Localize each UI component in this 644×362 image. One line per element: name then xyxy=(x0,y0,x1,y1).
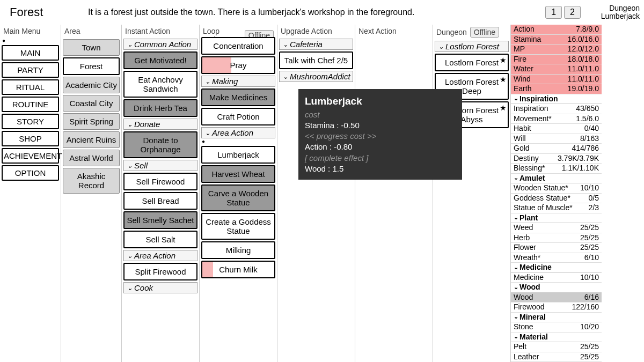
loop-churn-milk[interactable]: Churn Milk xyxy=(201,261,275,278)
instant-drink-herb-tea[interactable]: Drink Herb Tea xyxy=(123,99,197,117)
instant-eat-anchovy-sandwich[interactable]: Eat Anchovy Sandwich xyxy=(123,71,197,98)
instant-sell-bread[interactable]: Sell Bread xyxy=(123,192,197,210)
stat-weed: Weed25/25 xyxy=(511,223,602,233)
instant-section-donate: Donate xyxy=(134,120,160,129)
page-tabs: 1 2 xyxy=(545,6,581,19)
stat-wooden-statue-: Wooden Statue*10/10 xyxy=(511,183,602,194)
instant-section-head[interactable]: ⌄Common Action xyxy=(123,39,197,50)
loop-section-head[interactable]: ⌄Making xyxy=(201,76,275,87)
main-menu-option[interactable]: OPTION xyxy=(2,165,59,181)
main-menu-achievement[interactable]: ACHIEVEMENT xyxy=(2,148,59,164)
area-akashic-record[interactable]: Akashic Record xyxy=(63,168,120,194)
tooltip-action: Action : -0.80 xyxy=(305,142,456,152)
dungeon-column: Dungeon Offline ⌄Lostlorn ForestLostlorn… xyxy=(433,25,510,362)
stat-gold: Gold414/786 xyxy=(511,144,602,154)
area-title: Forest xyxy=(4,2,85,23)
main-menu-story[interactable]: STORY xyxy=(2,114,59,129)
stat-section-material[interactable]: ⌄Material xyxy=(511,333,602,343)
main-menu-shop[interactable]: SHOP xyxy=(2,131,59,146)
loop-action-column: Loop Action Offline ConcentrationPray⌄Ma… xyxy=(199,25,277,362)
stat-stone: Stone10/20 xyxy=(511,322,602,333)
stat-section-mineral[interactable]: ⌄Mineral xyxy=(511,313,602,323)
instant-section-area-action: Area Action xyxy=(134,251,175,260)
area-ancient-ruins[interactable]: Ancient Ruins xyxy=(63,131,120,148)
stat-section-wood[interactable]: ⌄Wood xyxy=(511,283,602,293)
loop-make-medicines[interactable]: Make Medicines xyxy=(201,88,275,106)
dungeon-section-lostlorn-forest: Lostlorn Forest xyxy=(445,42,499,51)
area-coastal-city[interactable]: Coastal City xyxy=(63,95,120,112)
upgrade-section-head[interactable]: ⌄MushroomAddict xyxy=(279,71,353,82)
chevron-down-icon: ⌄ xyxy=(127,252,133,260)
area-academic-city[interactable]: Academic City xyxy=(63,77,120,93)
area-forest[interactable]: Forest xyxy=(63,57,120,75)
chevron-down-icon: ⌄ xyxy=(514,264,518,271)
tooltip-stamina: Stamina : -0.50 xyxy=(305,120,456,131)
stat-blessing-: Blessing*1.1K/1.10K xyxy=(511,164,602,174)
loop-create-a-goddess-statue[interactable]: Create a Goddess Statue xyxy=(201,213,275,240)
loop-carve-a-wooden-statue[interactable]: Carve a Wooden Statue xyxy=(201,184,275,211)
loop-section-making: Making xyxy=(212,77,238,86)
tooltip-title: Lumberjack xyxy=(305,94,456,108)
loop-pray[interactable]: Pray xyxy=(201,56,275,74)
upgrade-action-label: Upgrade Action xyxy=(277,25,355,38)
instant-section-head[interactable]: ⌄Cook xyxy=(123,282,197,293)
instant-split-firewood[interactable]: Split Firewood xyxy=(123,263,197,280)
chevron-down-icon: ⌄ xyxy=(438,43,444,50)
loop-concentration[interactable]: Concentration xyxy=(201,37,275,55)
instant-donate-to-orphanage[interactable]: Donate to Orphanage xyxy=(123,131,197,158)
star-icon: ★ xyxy=(500,104,507,112)
instant-section-head[interactable]: ⌄Donate xyxy=(123,119,197,130)
star-icon: ★ xyxy=(500,56,507,64)
instant-get-motivated-[interactable]: Get Motivated! xyxy=(123,51,197,69)
page-tab-2[interactable]: 2 xyxy=(564,6,581,19)
chevron-down-icon: ⌄ xyxy=(127,162,133,169)
instant-section-head[interactable]: ⌄Area Action xyxy=(123,250,197,261)
main-menu-routine[interactable]: ROUTINE xyxy=(2,97,59,112)
stat-section-inspiration[interactable]: ⌄Inspiration xyxy=(511,94,602,105)
stat-leather: Leather25/25 xyxy=(511,352,602,363)
tooltip-cost-label: cost xyxy=(305,109,456,120)
stat-habit: Habit0/40 xyxy=(511,124,602,134)
loop-craft-potion[interactable]: Craft Potion xyxy=(201,108,275,125)
area-column: Area TownForestAcademic CityCoastal City… xyxy=(61,25,121,362)
instant-section-common-action: Common Action xyxy=(134,40,191,49)
stat-fire: Fire18.0/18.0 xyxy=(511,55,602,65)
instant-section-head[interactable]: ⌄Sell xyxy=(123,160,197,171)
main-menu-main[interactable]: MAIN xyxy=(2,45,59,61)
upgrade-section-head[interactable]: ⌄Cafeteria xyxy=(279,39,353,50)
stats-column: Action7.8/9.0Stamina16.0/16.0MP12.0/12.0… xyxy=(510,25,602,362)
dungeon-section-head[interactable]: ⌄Lostlorn Forest xyxy=(435,41,509,52)
mode-label: Dungeon Lumberjack xyxy=(591,4,640,21)
upgrade-talk-with-chef-2-5[interactable]: Talk with Chef 2/5 xyxy=(279,51,353,69)
dungeon-offline-button[interactable]: Offline xyxy=(470,27,499,38)
stat-section-medicine[interactable]: ⌄Medicine xyxy=(511,263,602,273)
instant-sell-smelly-sachet[interactable]: Sell Smelly Sachet xyxy=(123,211,197,229)
loop-section-head[interactable]: ⌄Area Action xyxy=(201,127,275,138)
chevron-down-icon: ⌄ xyxy=(283,73,288,80)
area-spirit-spring[interactable]: Spirit Spring xyxy=(63,113,120,130)
stat-section-amulet[interactable]: ⌄Amulet xyxy=(511,174,602,184)
stat-earth: Earth19.0/19.0 xyxy=(511,84,602,94)
instant-section-cook: Cook xyxy=(134,283,153,292)
loop-lumberjack[interactable]: Lumberjack xyxy=(201,146,275,164)
page-tab-1[interactable]: 1 xyxy=(545,6,562,19)
dungeon-header: Dungeon Offline xyxy=(433,25,510,40)
loop-harvest-wheat[interactable]: Harvest Wheat xyxy=(201,165,275,183)
area-town[interactable]: Town xyxy=(63,39,120,56)
tooltip-progress: << progress cost >> xyxy=(305,131,456,142)
instant-action-column: Instant Action ⌄Common ActionGet Motivat… xyxy=(121,25,199,362)
dungeon-lostlorn-forest[interactable]: Lostlorn Forest★ xyxy=(435,54,509,71)
instant-sell-firewood[interactable]: Sell Firewood xyxy=(123,173,197,190)
main-menu-ritual[interactable]: RITUAL xyxy=(2,79,59,95)
stat-destiny: Destiny3.79K/3.79K xyxy=(511,154,602,164)
area-astral-world[interactable]: Astral World xyxy=(63,150,120,166)
chevron-down-icon: ⌄ xyxy=(514,284,518,291)
stat-section-plant[interactable]: ⌄Plant xyxy=(511,213,602,224)
main-menu-party[interactable]: PARTY xyxy=(2,62,59,78)
stat-stamina: Stamina16.0/16.0 xyxy=(511,35,602,45)
tooltip-wood: Wood : 1.5 xyxy=(305,164,456,174)
chevron-down-icon: ⌄ xyxy=(205,78,210,85)
loop-milking[interactable]: Milking xyxy=(201,241,275,259)
chevron-down-icon: ⌄ xyxy=(127,41,133,48)
instant-sell-salt[interactable]: Sell Salt xyxy=(123,231,197,248)
